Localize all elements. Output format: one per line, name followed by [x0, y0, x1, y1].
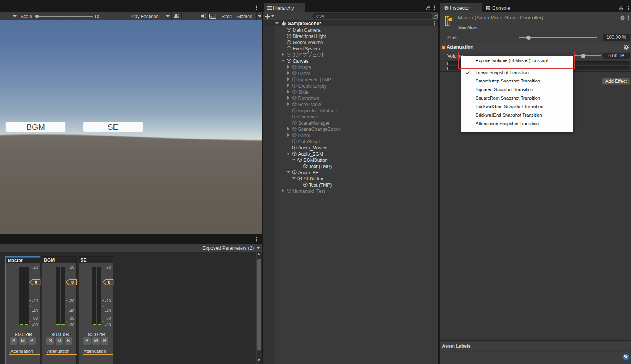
svg-text:0: 0	[35, 280, 37, 284]
svg-text:0: 0	[71, 280, 74, 284]
svg-text:0: 0	[108, 280, 110, 284]
svg-text:?: ?	[621, 16, 623, 20]
